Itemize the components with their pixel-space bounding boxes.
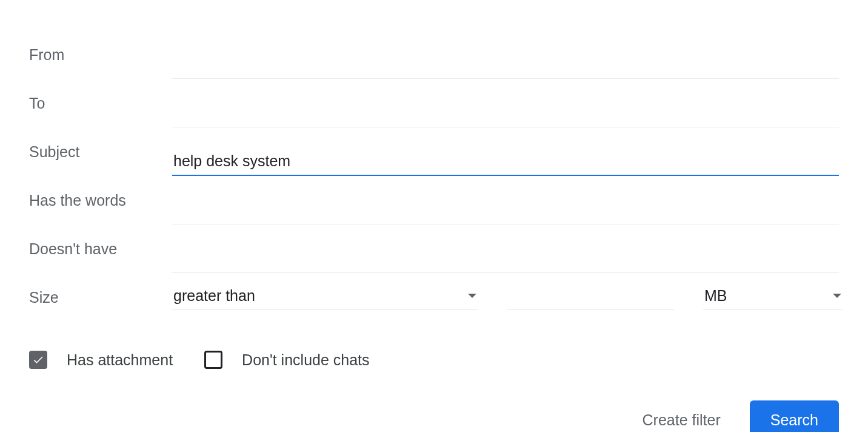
size-comparator-dropdown[interactable]: greater than (172, 285, 478, 310)
create-filter-button[interactable]: Create filter (643, 411, 721, 429)
dont-include-chats-group: Don't include chats (204, 351, 369, 369)
from-label: From (29, 46, 172, 64)
has-attachment-checkbox[interactable] (29, 351, 47, 369)
subject-row: Subject (29, 127, 839, 176)
chevron-down-icon (833, 294, 841, 298)
doesnt-have-row: Doesn't have (29, 224, 839, 273)
from-row: From (29, 30, 839, 79)
size-value-input[interactable] (507, 285, 674, 310)
search-button[interactable]: Search (750, 400, 839, 432)
to-row: To (29, 79, 839, 127)
size-row: Size greater than MB (29, 273, 839, 322)
from-input[interactable] (172, 53, 839, 79)
has-words-label: Has the words (29, 192, 172, 209)
to-input[interactable] (172, 102, 839, 127)
has-attachment-label: Has attachment (67, 351, 173, 369)
doesnt-have-label: Doesn't have (29, 240, 172, 258)
to-label: To (29, 95, 172, 112)
dont-include-chats-checkbox[interactable] (204, 351, 222, 369)
doesnt-have-input[interactable] (172, 248, 839, 273)
size-unit-dropdown[interactable]: MB (703, 285, 843, 310)
checkbox-row: Has attachment Don't include chats (29, 351, 839, 369)
size-comparator-value: greater than (173, 287, 255, 305)
subject-label: Subject (29, 143, 172, 161)
size-unit-value: MB (704, 287, 727, 305)
subject-input[interactable] (172, 150, 839, 176)
dont-include-chats-label: Don't include chats (242, 351, 369, 369)
has-words-row: Has the words (29, 176, 839, 224)
has-words-input[interactable] (172, 199, 839, 224)
footer: Create filter Search (29, 400, 839, 432)
chevron-down-icon (468, 294, 476, 298)
size-label: Size (29, 289, 172, 306)
has-attachment-group: Has attachment (29, 351, 173, 369)
check-icon (32, 354, 44, 366)
